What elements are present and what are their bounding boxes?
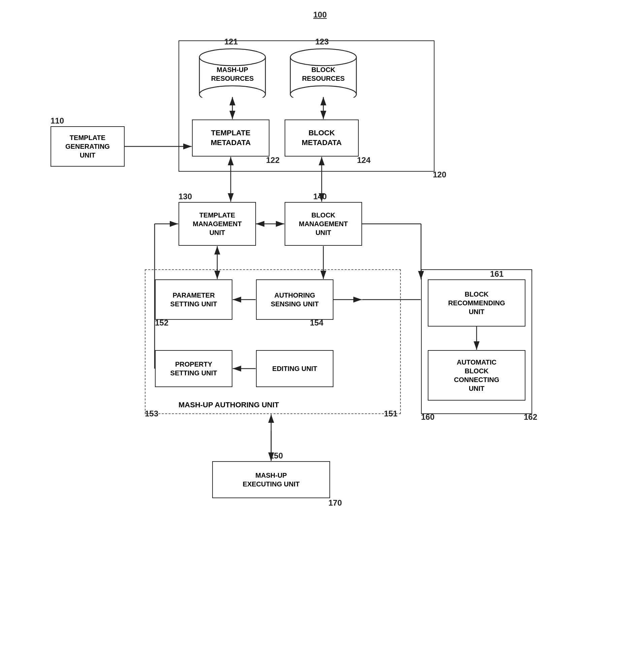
svg-point-4 bbox=[290, 49, 356, 66]
block-management-unit: BLOCKMANAGEMENTUNIT bbox=[285, 202, 362, 246]
block-recommending-unit: BLOCKRECOMMENDINGUNIT bbox=[428, 279, 525, 327]
ref-160: 160 bbox=[421, 412, 434, 422]
template-management-unit: TEMPLATEMANAGEMENTUNIT bbox=[179, 202, 256, 246]
block-metadata: BLOCKMETADATA bbox=[285, 120, 359, 157]
template-metadata: TEMPLATEMETADATA bbox=[192, 120, 269, 157]
ref-150: 150 bbox=[269, 451, 283, 461]
ref-121: 121 bbox=[224, 37, 238, 46]
ref-161: 161 bbox=[490, 269, 504, 279]
mash-up-authoring-unit-label: MASH-UP AUTHORING UNIT bbox=[179, 401, 279, 409]
mash-up-resources: MASH-UPRESOURCES bbox=[199, 47, 266, 98]
ref-153: 153 bbox=[145, 409, 158, 418]
ref-152: 152 bbox=[155, 318, 168, 328]
ref-110: 110 bbox=[51, 116, 64, 126]
property-setting-unit: PROPERTYSETTING UNIT bbox=[155, 350, 232, 387]
ref-123: 123 bbox=[315, 37, 329, 46]
ref-120: 120 bbox=[433, 170, 446, 179]
diagram-container: 100 120 MASH-UPRESOURCES 121 BLOCKRESOUR… bbox=[0, 0, 644, 648]
ref-154: 154 bbox=[310, 318, 323, 328]
authoring-sensing-unit: AUTHORINGSENSING UNIT bbox=[256, 279, 333, 320]
automatic-block-connecting-unit: AUTOMATICBLOCKCONNECTINGUNIT bbox=[428, 350, 525, 401]
ref-130: 130 bbox=[179, 192, 192, 201]
block-resources: BLOCKRESOURCES bbox=[290, 47, 357, 98]
svg-point-1 bbox=[199, 49, 265, 66]
template-generating-unit: TEMPLATEGENERATINGUNIT bbox=[51, 126, 125, 167]
ref-162: 162 bbox=[524, 412, 537, 422]
ref-122: 122 bbox=[266, 156, 280, 165]
parameter-setting-unit: PARAMETERSETTING UNIT bbox=[155, 279, 232, 320]
ref-140: 140 bbox=[313, 192, 327, 201]
ref-170: 170 bbox=[328, 498, 342, 508]
mash-up-executing-unit: MASH-UPEXECUTING UNIT bbox=[212, 461, 330, 498]
editing-unit: EDITING UNIT bbox=[256, 350, 333, 387]
title-label: 100 bbox=[313, 10, 327, 20]
ref-151: 151 bbox=[384, 409, 397, 418]
ref-124: 124 bbox=[357, 156, 371, 165]
